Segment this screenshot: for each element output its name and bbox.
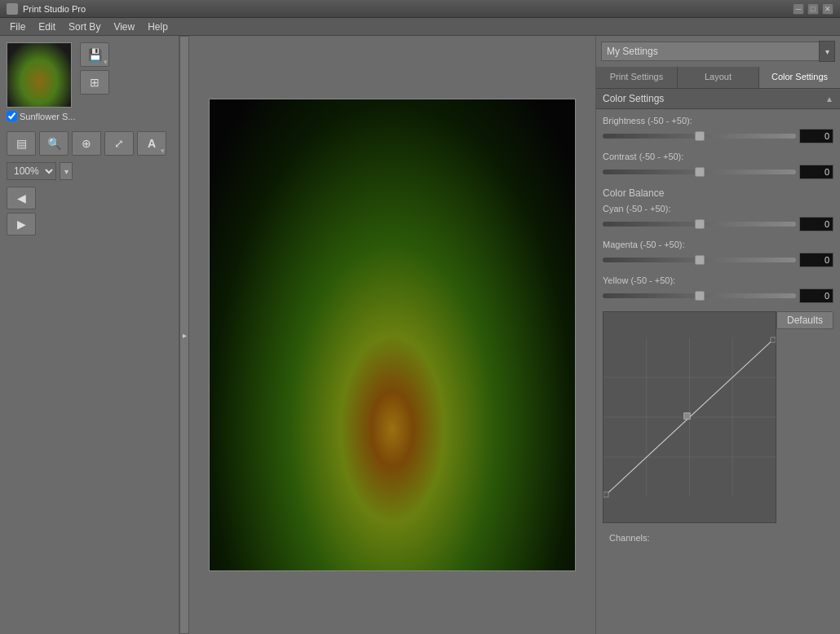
magenta-label: Magenta (-50 - +50): [603,240,833,249]
magenta-row: Magenta (-50 - +50): [603,240,833,267]
thumbnail-image[interactable] [7,42,72,108]
cyan-value[interactable] [799,217,833,231]
defaults-button[interactable]: Defaults [776,311,833,329]
contrast-value[interactable] [799,165,833,179]
tab-bar: Print Settings Layout Color Settings [596,67,840,89]
color-settings-section-label: Color Settings [603,93,664,104]
thumbnail-checkbox[interactable] [7,111,17,121]
app-icon [7,3,18,15]
menu-sortby[interactable]: Sort By [62,20,107,34]
cyan-slider-row [603,217,833,231]
yellow-label: Yellow (-50 - +50): [603,275,833,285]
contrast-row: Contrast (-50 - +50): [603,152,833,179]
curves-svg [603,312,776,522]
cyan-label: Cyan (-50 - +50): [603,204,833,214]
canvas-area [189,36,595,634]
zoom-in-plus-button[interactable]: ⊕ [72,131,101,156]
window-controls: ─ □ ✕ [793,3,833,15]
channels-label: Channels: [609,533,650,543]
maximize-button[interactable]: □ [807,3,819,15]
crop-icon: ⊞ [90,76,99,89]
save-button[interactable]: 💾 [80,42,109,67]
tab-layout[interactable]: Layout [678,67,759,88]
nav-buttons: ◀ ▶ [0,183,179,239]
brightness-row: Brightness (-50 - +50): [603,116,833,143]
thumbnail-area: Sunflower S... 💾 ⊞ [0,36,179,128]
yellow-value[interactable] [799,288,833,303]
main-container: Sunflower S... 💾 ⊞ ▤ 🔍 ⊕ [0,36,840,634]
minimize-button[interactable]: ─ [793,3,804,15]
contrast-label: Contrast (-50 - +50): [603,152,833,161]
close-button[interactable]: ✕ [822,3,833,15]
app-title: Print Studio Pro [23,4,793,14]
cyan-slider[interactable] [603,222,796,227]
zoom-in-plus-icon: ⊕ [82,137,91,150]
zoom-dropdown-arrow[interactable]: ▾ [60,162,73,180]
next-icon: ▶ [17,218,26,231]
menu-bar: File Edit Sort By View Help [0,18,840,36]
yellow-slider[interactable] [603,293,796,298]
preset-dropdown-arrow[interactable]: ▾ [819,41,835,62]
svg-rect-9 [603,492,608,497]
fit-button[interactable]: ⤢ [104,131,134,156]
magenta-slider-row [603,253,833,267]
svg-rect-8 [684,413,691,420]
next-button[interactable]: ▶ [7,213,36,236]
brightness-slider[interactable] [603,134,796,139]
menu-view[interactable]: View [107,20,141,34]
fit-icon: ⤢ [114,137,124,150]
brightness-label: Brightness (-50 - +50): [603,116,833,125]
color-settings-panel: Color Settings ▲ Brightness (-50 - +50): [596,89,840,634]
magenta-value[interactable] [799,253,833,267]
svg-rect-10 [771,337,776,342]
save-icon: 💾 [88,48,102,61]
yellow-row: Yellow (-50 - +50): [603,275,833,303]
canvas-image [210,99,575,570]
zoom-control: 100% 50% 75% 150% 200% ▾ [0,159,179,183]
text-icon: A [148,137,156,150]
prev-icon: ◀ [17,192,26,205]
toolbar-area: ▤ 🔍 ⊕ ⤢ A [0,128,179,159]
text-button[interactable]: A [137,131,166,156]
channels-row: Channels: [603,528,833,548]
contrast-slider[interactable] [603,170,796,174]
contrast-thumb[interactable] [695,167,705,177]
brightness-value[interactable] [799,129,833,143]
zoom-in-icon: 🔍 [47,137,61,150]
settings-body: Brightness (-50 - +50): Contrast (-50 - … [596,109,840,554]
curves-graph[interactable] [603,311,776,523]
right-panel: My Settings ▾ Print Settings Layout Colo… [595,36,840,634]
prev-button[interactable]: ◀ [7,187,36,209]
cyan-thumb[interactable] [695,219,705,229]
menu-file[interactable]: File [3,20,32,34]
adjust-icon: ▤ [16,137,27,150]
left-panel: Sunflower S... 💾 ⊞ ▤ 🔍 ⊕ [0,36,179,634]
menu-edit[interactable]: Edit [32,20,62,34]
panel-expand-handle[interactable]: ▸ [179,36,189,634]
color-settings-section-header[interactable]: Color Settings ▲ [596,89,840,109]
yellow-thumb[interactable] [695,291,705,301]
thumbnail-filename: Sunflower S... [20,112,75,121]
title-bar: Print Studio Pro ─ □ ✕ [0,0,840,18]
magenta-thumb[interactable] [695,255,705,265]
print-canvas [209,99,576,571]
crop-button[interactable]: ⊞ [80,70,109,95]
zoom-in-button[interactable]: 🔍 [39,131,69,156]
yellow-slider-row [603,288,833,303]
preset-select[interactable]: My Settings [601,42,820,61]
tab-color-settings[interactable]: Color Settings [759,67,840,88]
adjust-button[interactable]: ▤ [7,131,36,156]
contrast-slider-row [603,165,833,179]
collapse-icon: ▲ [825,95,833,103]
brightness-slider-row [603,129,833,143]
thumbnail-label: Sunflower S... [7,111,75,121]
magenta-slider[interactable] [603,258,796,262]
tab-print-settings[interactable]: Print Settings [596,67,678,88]
preset-row: My Settings ▾ [596,36,840,67]
menu-help[interactable]: Help [141,20,175,34]
cyan-row: Cyan (-50 - +50): [603,204,833,231]
color-balance-label: Color Balance [603,187,833,199]
zoom-select[interactable]: 100% 50% 75% 150% 200% [7,162,56,180]
brightness-thumb[interactable] [695,131,705,141]
